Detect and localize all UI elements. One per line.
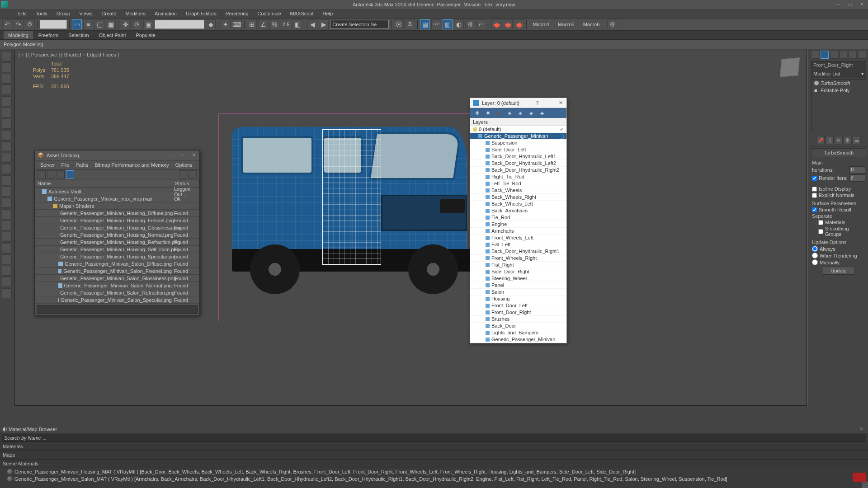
left-tool-6[interactable] <box>2 119 12 129</box>
layer-item[interactable]: Front_Door_Left <box>470 302 566 309</box>
asset-row[interactable]: Generic_Passenger_Minivan_Salon_Specular… <box>35 296 199 304</box>
material-editor-button[interactable]: ◐ <box>454 19 464 29</box>
layer-item[interactable]: Steering_Wheel <box>470 275 566 282</box>
menu-tools[interactable]: Tools <box>32 10 51 17</box>
layer-item[interactable]: Suspension <box>470 140 566 146</box>
layer-item[interactable]: Side_Door_Left <box>470 146 566 153</box>
layer-item[interactable]: Back_Door_Hhydraulic_Right1 <box>470 248 566 255</box>
ref-coord-dropdown[interactable]: View▾ <box>155 20 204 29</box>
render-iter-button[interactable]: 🫖 <box>514 19 524 29</box>
left-tool-2[interactable] <box>2 74 12 84</box>
asset-menu-options[interactable]: Options <box>173 162 195 168</box>
macro-6[interactable]: Macro6 <box>580 22 604 27</box>
menu-rendering[interactable]: Rendering <box>222 10 252 17</box>
modifier-stack[interactable]: TurboSmooth ■Editable Poly <box>811 79 866 133</box>
asset-row[interactable]: Generic_Passenger_Minivan_Salon_Glossine… <box>35 275 199 282</box>
left-tool-0[interactable] <box>2 51 12 61</box>
left-tool-10[interactable] <box>2 164 12 174</box>
asset-tb2[interactable] <box>47 170 55 178</box>
layers-hide-button[interactable]: ◈ <box>527 109 535 117</box>
keyboard-shortcut-button[interactable]: ⌨ <box>232 19 242 29</box>
configure-sets-button[interactable]: ☰ <box>853 136 861 144</box>
layers-help-button[interactable]: ? <box>533 100 542 106</box>
layers-list[interactable]: 0 (default)✓Generic_Passenger_Minivan▢Su… <box>470 126 566 343</box>
ribbon-tab-object paint[interactable]: Object Paint <box>94 31 131 39</box>
macro-gear-button[interactable]: ⚙ <box>607 19 617 29</box>
layer-item[interactable]: Front_Door_Right <box>470 309 566 316</box>
left-tool-5[interactable] <box>2 108 12 117</box>
layer-item[interactable]: Back_Door_Hhydraulic_Left2 <box>470 160 566 167</box>
align-button[interactable]: ≛ <box>405 19 415 29</box>
menu-animation[interactable]: Animation <box>151 10 180 17</box>
update-always-radio[interactable] <box>812 246 818 252</box>
asset-filter-input[interactable] <box>37 305 198 314</box>
create-tab[interactable] <box>811 51 819 59</box>
viewcube[interactable] <box>777 55 802 80</box>
asset-min-button[interactable]: — <box>164 151 176 160</box>
layer-item[interactable]: Salon <box>470 289 566 296</box>
named-sel-next-button[interactable]: ▶ <box>319 19 329 29</box>
material-search-input[interactable]: Search by Name ... <box>2 434 866 442</box>
smooth-result-checkbox[interactable] <box>812 207 817 212</box>
layers-add-sel-button[interactable]: ➕ <box>495 109 503 117</box>
layer-item[interactable]: Front_Wheels_Left <box>470 235 566 241</box>
motion-tab[interactable] <box>840 51 848 59</box>
layer-item[interactable]: Back_Wheels_Left <box>470 201 566 207</box>
layer-item[interactable]: Back_Door_Hhydraulic_Right2 <box>470 167 566 174</box>
asset-row[interactable]: Generic_Passenger_Minivan_Housing_Refrac… <box>35 239 199 246</box>
pin-stack-button[interactable]: 📌 <box>816 136 825 144</box>
layers-close-button[interactable]: ✕ <box>555 100 566 106</box>
modify-tab[interactable] <box>821 51 829 59</box>
render-prod-button[interactable]: 🫖 <box>503 19 513 29</box>
layer-item[interactable]: Lights_and_Bampers <box>470 329 566 336</box>
asset-menu-bitmap-performance-and-memory[interactable]: Bitmap Performance and Memory <box>92 162 171 168</box>
viewport-label[interactable]: [ + ] [ Perspective ] [ Shaded + Edged F… <box>19 52 119 57</box>
asset-tb4[interactable] <box>66 170 74 178</box>
layer-item[interactable]: Back_Armchairs <box>470 207 566 214</box>
asset-row[interactable]: Generic_Passenger_Minivan_Housing_Glossi… <box>35 224 199 231</box>
render-iters-checkbox[interactable] <box>812 176 817 181</box>
asset-menu-server[interactable]: Server <box>38 162 57 168</box>
make-unique-button[interactable]: ⎘ <box>835 136 843 144</box>
modifier-list-dropdown[interactable]: Modifier List▾ <box>811 70 866 78</box>
window-crossing-button[interactable]: ▦ <box>106 19 116 29</box>
left-tool-11[interactable] <box>2 175 12 185</box>
asset-row[interactable]: Autodesk VaultLogged Out .. <box>35 188 199 195</box>
layer-item[interactable]: Back_Wheels_Right <box>470 194 566 201</box>
left-tool-19[interactable] <box>2 266 12 276</box>
separate-smoothing-checkbox[interactable] <box>818 229 823 234</box>
spinner-snap-button[interactable]: ◧ <box>292 19 302 29</box>
left-tool-18[interactable] <box>2 254 12 264</box>
maximize-button[interactable]: □ <box>844 0 855 8</box>
left-tool-13[interactable] <box>2 198 12 208</box>
material-browser-title-bar[interactable]: ◐ Material/Map Browser ✕ <box>0 425 868 433</box>
asset-menu-paths[interactable]: Paths <box>73 162 91 168</box>
render-teapot-button[interactable]: 🫖 <box>491 19 501 29</box>
left-tool-7[interactable] <box>2 130 12 140</box>
ribbon-tab-selection[interactable]: Selection <box>64 31 93 39</box>
menu-modifiers[interactable]: Modifiers <box>122 10 149 17</box>
asset-row[interactable]: Generic_Passenger_Minivan_Salon_Refracti… <box>35 289 199 296</box>
material-section-maps[interactable]: Maps <box>0 451 868 460</box>
asset-row[interactable]: Generic_Passenger_Minivan_Housing_Diffus… <box>35 210 199 217</box>
render-iters-spinner[interactable]: 2 <box>849 174 865 182</box>
layer-item[interactable]: Panel <box>470 282 566 289</box>
layer-item[interactable]: Generic_Passenger_Minivan <box>470 336 566 343</box>
left-tool-4[interactable] <box>2 96 12 106</box>
menu-views[interactable]: Views <box>75 10 96 17</box>
asset-row[interactable]: Generic_Passenger_Minivan_Salon_Normal.p… <box>35 282 199 289</box>
layer-item[interactable]: 0 (default)✓ <box>470 126 566 133</box>
separate-materials-checkbox[interactable] <box>818 220 823 225</box>
asset-refresh-button[interactable] <box>189 170 197 178</box>
material-section-scene[interactable]: Scene Materials <box>0 460 868 468</box>
scale-button[interactable]: ▣ <box>143 19 153 29</box>
asset-col-name[interactable]: Name <box>35 179 172 188</box>
remove-modifier-button[interactable]: 🗑 <box>844 136 852 144</box>
asset-max-button[interactable]: □ <box>176 151 188 160</box>
left-tool-15[interactable] <box>2 221 12 230</box>
layer-item[interactable]: Armchairs <box>470 228 566 235</box>
scene-material-item-1[interactable]: Generic_Passenger_Minivan_Housing_MAT ( … <box>0 468 868 475</box>
layers-highlight-button[interactable]: ◈ <box>516 109 524 117</box>
layer-item[interactable]: Fist_Left <box>470 241 566 248</box>
layers-select-button[interactable]: ◈ <box>505 109 514 117</box>
